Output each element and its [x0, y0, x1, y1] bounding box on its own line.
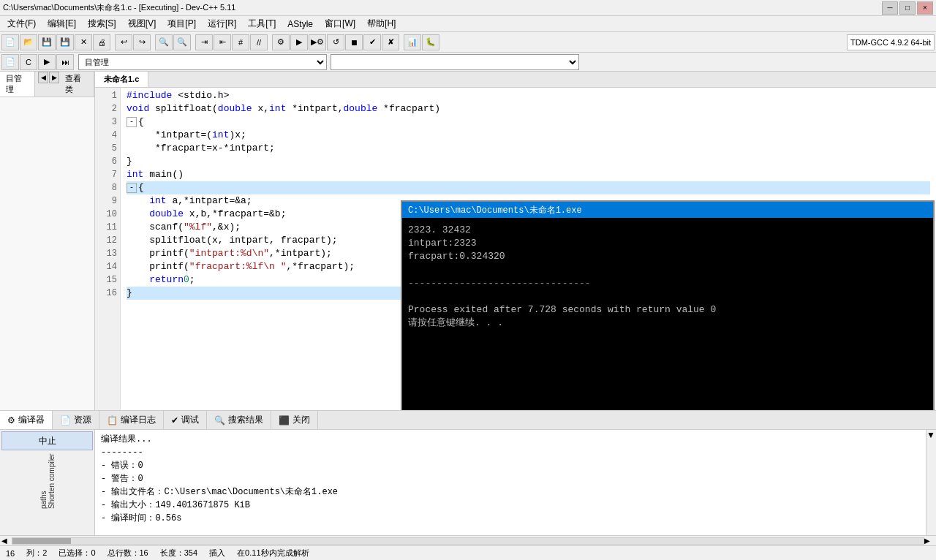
code-line-1: #include <stdio.h>: [127, 89, 930, 102]
tb-chart[interactable]: 📊: [404, 34, 421, 50]
minimize-button[interactable]: ─: [882, 1, 898, 15]
tb-check[interactable]: ✔: [363, 34, 381, 50]
toolbar-1: 📄 📂 💾 💾 ✕ 🖨 ↩ ↪ 🔍 🔍 ⇥ ⇤ # // ⚙ ▶ ▶⚙ ↺ ⏹ …: [0, 32, 936, 53]
console-output-7: 请按任意键继续. . .: [408, 317, 927, 330]
status-time: 在0.11秒内完成解析: [237, 548, 309, 559]
compile-result-1: --------: [101, 446, 920, 459]
menu-file[interactable]: 文件(F): [1, 16, 42, 31]
panel-tab-manager[interactable]: 目管理: [0, 72, 35, 97]
console-output-3: [408, 264, 927, 277]
tb-close[interactable]: ✕: [75, 34, 92, 50]
menu-help[interactable]: 帮助[H]: [361, 16, 401, 31]
status-col: 列：2: [26, 548, 47, 559]
compile-result-4: - 输出文件名：C:\Users\mac\Documents\未命名1.exe: [101, 485, 920, 499]
bottom-tab-resources[interactable]: 📄资源: [53, 411, 99, 429]
tb-find2[interactable]: 🔍: [173, 34, 191, 50]
tb-comment[interactable]: #: [232, 34, 249, 50]
tb2-class[interactable]: C: [20, 54, 37, 70]
tb-find1[interactable]: 🔍: [155, 34, 173, 50]
tb-print[interactable]: 🖨: [93, 34, 110, 50]
close-button[interactable]: ×: [917, 1, 933, 15]
tb2-debug2[interactable]: ⏭: [56, 54, 74, 70]
tb-cancel[interactable]: ✘: [382, 34, 399, 50]
console-content: 2323. 32432 intpart:2323 fracpart:0.3243…: [402, 218, 933, 336]
scroll-left-btn[interactable]: ◀: [1, 537, 12, 545]
tb-indent[interactable]: ⇥: [195, 34, 213, 50]
tb-outdent[interactable]: ⇤: [214, 34, 231, 50]
tb-redo[interactable]: ↪: [133, 34, 151, 50]
scrollbar-track[interactable]: [12, 537, 924, 545]
left-panel: 目管理 ◀ ▶ 查看类: [0, 72, 95, 410]
editor-tab-main[interactable]: 未命名1.c: [95, 72, 148, 87]
compile-result-3: - 警告：0: [101, 472, 920, 485]
code-line-7: int main(): [127, 168, 930, 181]
tb-stop[interactable]: ⏹: [345, 34, 363, 50]
console-output-5: [408, 290, 927, 303]
compile-result-0: 编译结果...: [101, 433, 920, 446]
status-selected: 已选择：0: [58, 548, 95, 559]
line-numbers: 12345 678910 1112131415 16: [95, 88, 121, 410]
panel-tabs: 目管理 ◀ ▶ 查看类: [0, 72, 94, 97]
tb-compile[interactable]: ⚙: [272, 34, 290, 50]
tb-uncomment[interactable]: //: [250, 34, 268, 50]
tb-save[interactable]: 💾: [38, 34, 56, 50]
tb2-debug1[interactable]: ▶: [38, 54, 56, 70]
editor-tab-bar: 未命名1.c: [95, 72, 936, 88]
code-line-3: -{: [127, 116, 930, 129]
bottom-tab-search[interactable]: 🔍搜索结果: [207, 411, 271, 429]
tb-new[interactable]: 📄: [1, 34, 19, 50]
shorten-paths-label: Shorten compiler paths: [1, 452, 93, 510]
console-window: C:\Users\mac\Documents\未命名1.exe 2323. 32…: [401, 200, 935, 410]
bottom-scrollbar[interactable]: ◀ ▶: [0, 535, 936, 545]
menu-view[interactable]: 视图[V]: [122, 16, 162, 31]
menu-run[interactable]: 运行[R]: [202, 16, 242, 31]
bottom-tab-close[interactable]: ⬛关闭: [271, 411, 318, 429]
tb-undo[interactable]: ↩: [115, 34, 132, 50]
console-output-2: fracpart:0.324320: [408, 250, 927, 263]
nav-next[interactable]: ▶: [49, 72, 59, 83]
code-line-8: -{: [127, 181, 930, 194]
tb-saveall[interactable]: 💾: [56, 34, 74, 50]
menu-search[interactable]: 搜索[S]: [82, 16, 122, 31]
bottom-tab-compile-log[interactable]: 📋编译日志: [99, 411, 164, 429]
scroll-right-btn[interactable]: ▶: [924, 537, 935, 545]
tb-rebuild[interactable]: ↺: [327, 34, 344, 50]
compiler-label: TDM-GCC 4.9.2 64-bit: [847, 34, 935, 50]
console-title-bar: C:\Users\mac\Documents\未命名1.exe: [402, 202, 933, 218]
status-line: 16: [6, 549, 15, 558]
menu-project[interactable]: 项目[P]: [162, 16, 202, 31]
menu-tools[interactable]: 工具[T]: [242, 16, 282, 31]
tb-run[interactable]: ▶: [290, 34, 308, 50]
code-line-6: }: [127, 155, 930, 168]
code-line-4: *intpart=(int)x;: [127, 129, 930, 142]
nav-prev[interactable]: ◀: [38, 72, 48, 83]
bottom-scroll-right[interactable]: ▼: [926, 430, 936, 535]
console-output-6: Process exited after 7.728 seconds with …: [408, 303, 927, 317]
maximize-button[interactable]: □: [899, 1, 916, 15]
status-length: 长度：354: [160, 548, 197, 559]
stop-button[interactable]: 中止: [1, 431, 93, 450]
console-output-0: 2323. 32432: [408, 224, 927, 237]
tb-debug[interactable]: 🐛: [422, 34, 439, 50]
status-mode: 插入: [209, 548, 225, 559]
tb2-new[interactable]: 📄: [1, 54, 19, 70]
code-line-2: void splitfloat(double x,int *intpart,do…: [127, 102, 930, 116]
bottom-panel: ⚙编译器 📄资源 📋编译日志 ✔调试 🔍搜索结果 ⬛关闭 中止 Shorten …: [0, 410, 936, 545]
bottom-tab-debug[interactable]: ✔调试: [164, 411, 207, 429]
compile-results: 编译结果... -------- - 错误：0 - 警告：0 - 输出文件名：C…: [95, 430, 926, 535]
scope-selector-2[interactable]: [331, 54, 579, 70]
menu-edit[interactable]: 编辑[E]: [42, 16, 82, 31]
menu-astyle[interactable]: AStyle: [282, 18, 319, 31]
tb-open[interactable]: 📂: [20, 34, 37, 50]
title-bar-text: C:\Users\mac\Documents\未命名1.c - [Executi…: [3, 2, 882, 13]
menu-window[interactable]: 窗口[W]: [319, 16, 361, 31]
bottom-left: 中止 Shorten compiler paths: [0, 430, 95, 535]
title-bar: C:\Users\mac\Documents\未命名1.c - [Executi…: [0, 0, 936, 16]
title-bar-controls: ─ □ ×: [882, 1, 933, 15]
compile-result-5: - 输出大小：149.4013671875 KiB: [101, 499, 920, 512]
panel-tab-view[interactable]: 查看类: [59, 72, 94, 97]
tb-compile-run[interactable]: ▶⚙: [309, 34, 326, 50]
scope-selector-1[interactable]: 目管理: [78, 54, 327, 70]
scrollbar-thumb: [12, 538, 71, 544]
bottom-tab-compiler[interactable]: ⚙编译器: [0, 411, 53, 429]
